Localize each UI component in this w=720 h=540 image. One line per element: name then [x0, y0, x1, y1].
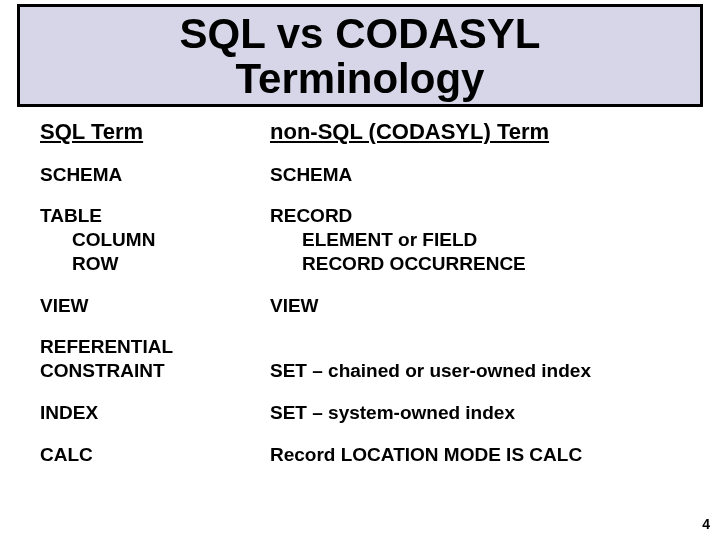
codasyl-term-line: RECORD — [270, 204, 680, 228]
sql-term-line: VIEW — [40, 294, 270, 318]
sql-term-line: CONSTRAINT — [40, 359, 270, 383]
sql-term: TABLECOLUMNROW — [40, 204, 270, 275]
sql-term: REFERENTIALCONSTRAINT — [40, 335, 270, 383]
page-number: 4 — [702, 516, 710, 532]
codasyl-term: SCHEMA — [270, 163, 680, 187]
sql-term: INDEX — [40, 401, 270, 425]
term-row: VIEWVIEW — [40, 294, 680, 318]
header-row: SQL Term non-SQL (CODASYL) Term — [40, 119, 680, 145]
codasyl-term: SET – chained or user-owned index — [270, 335, 680, 383]
codasyl-term: Record LOCATION MODE IS CALC — [270, 443, 680, 467]
sql-term-line: SCHEMA — [40, 163, 270, 187]
codasyl-term: VIEW — [270, 294, 680, 318]
header-left: SQL Term — [40, 119, 270, 145]
content-area: SQL Term non-SQL (CODASYL) Term SCHEMASC… — [0, 107, 720, 467]
sql-term-line: TABLE — [40, 204, 270, 228]
term-row: SCHEMASCHEMA — [40, 163, 680, 187]
codasyl-term: RECORDELEMENT or FIELDRECORD OCCURRENCE — [270, 204, 680, 275]
sql-term-line: COLUMN — [40, 228, 270, 252]
codasyl-term-line: SET – system-owned index — [270, 401, 680, 425]
term-row: CALCRecord LOCATION MODE IS CALC — [40, 443, 680, 467]
sql-term-line: REFERENTIAL — [40, 335, 270, 359]
slide-title-box: SQL vs CODASYL Terminology — [17, 4, 703, 107]
sql-term: SCHEMA — [40, 163, 270, 187]
term-row: INDEXSET – system-owned index — [40, 401, 680, 425]
codasyl-term-line: SET – chained or user-owned index — [270, 359, 680, 383]
sql-term-line: INDEX — [40, 401, 270, 425]
codasyl-term-line: VIEW — [270, 294, 680, 318]
codasyl-term-line — [270, 335, 680, 359]
sql-term: VIEW — [40, 294, 270, 318]
header-right: non-SQL (CODASYL) Term — [270, 119, 680, 145]
codasyl-term-line: SCHEMA — [270, 163, 680, 187]
sql-term: CALC — [40, 443, 270, 467]
slide-title-line1: SQL vs CODASYL — [20, 11, 700, 56]
codasyl-term-line: ELEMENT or FIELD — [270, 228, 680, 252]
codasyl-term-line: Record LOCATION MODE IS CALC — [270, 443, 680, 467]
codasyl-term: SET – system-owned index — [270, 401, 680, 425]
term-row: TABLECOLUMNROWRECORDELEMENT or FIELDRECO… — [40, 204, 680, 275]
codasyl-term-line: RECORD OCCURRENCE — [270, 252, 680, 276]
sql-term-line: ROW — [40, 252, 270, 276]
sql-term-line: CALC — [40, 443, 270, 467]
term-row: REFERENTIALCONSTRAINT SET – chained or u… — [40, 335, 680, 383]
slide-title-line2: Terminology — [20, 56, 700, 101]
